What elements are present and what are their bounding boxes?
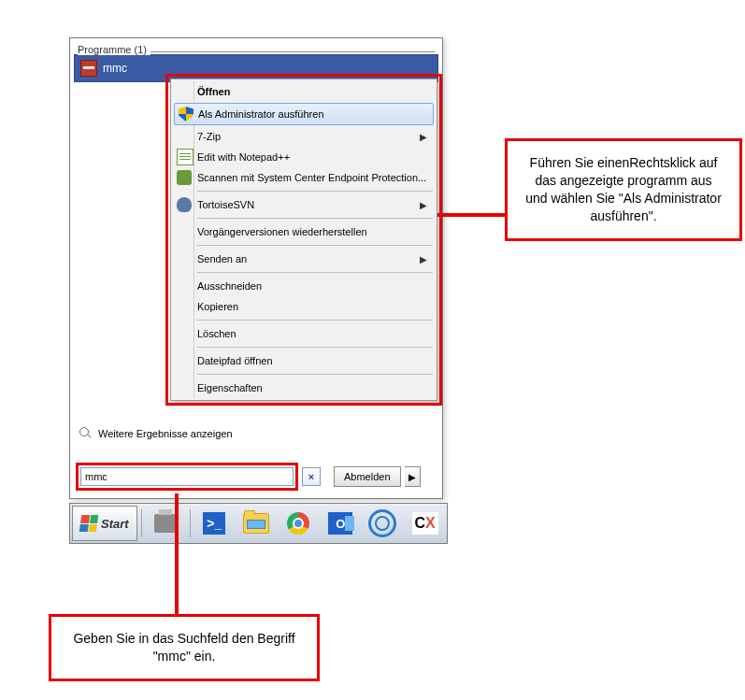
taskbar-outlook[interactable]: O [321, 506, 361, 541]
logoff-button[interactable]: Abmelden [334, 466, 401, 487]
menu-tortoisesvn[interactable]: TortoiseSVN ▶ [173, 194, 435, 215]
printer-icon [154, 514, 177, 533]
outlook-icon: O [328, 512, 352, 535]
menu-separator [197, 191, 433, 192]
callout-connector-bottom [175, 493, 179, 614]
menu-scan-scep[interactable]: Scannen mit System Center Endpoint Prote… [173, 167, 435, 188]
taskbar-printer[interactable] [146, 506, 186, 541]
chevron-right-icon: ▶ [420, 200, 427, 210]
menu-cut[interactable]: Ausschneiden [173, 276, 435, 296]
menu-copy[interactable]: Kopieren [173, 296, 435, 317]
menu-edit-npp-label: Edit with Notepad++ [197, 151, 290, 163]
callout-run-as-admin: Führen Sie einenRechtsklick auf das ange… [505, 138, 742, 241]
menu-cut-label: Ausschneiden [197, 280, 262, 292]
menu-separator [197, 347, 433, 348]
menu-run-as-admin-label: Als Administrator ausführen [198, 108, 324, 120]
mmc-icon [80, 60, 97, 77]
windows-logo-icon [79, 515, 99, 532]
menu-separator [197, 245, 433, 246]
menu-send-to[interactable]: Senden an ▶ [173, 249, 435, 269]
menu-delete-label: Löschen [197, 328, 236, 339]
more-results-label: Weitere Ergebnisse anzeigen [98, 428, 233, 439]
menu-openpath-label: Dateipfad öffnen [197, 355, 273, 366]
taskbar-app-cx[interactable]: CX [405, 506, 445, 541]
result-label: mmc [103, 62, 127, 75]
chevron-right-icon: ▶ [420, 254, 427, 264]
callout-right-text: Führen Sie einenRechtsklick auf das ange… [525, 155, 722, 223]
notepad-icon [177, 149, 193, 165]
menu-separator [197, 272, 433, 273]
menu-run-as-admin[interactable]: Als Administrator ausführen [174, 103, 434, 125]
taskbar-separator [190, 509, 191, 537]
menu-scan-label: Scannen mit System Center Endpoint Prote… [197, 172, 426, 183]
chrome-icon [287, 512, 309, 535]
chevron-right-icon: ▶ [420, 132, 427, 142]
search-bar-row: mmc × Abmelden ▶ [76, 463, 437, 491]
menu-edit-notepadpp[interactable]: Edit with Notepad++ [173, 147, 435, 167]
menu-properties[interactable]: Eigenschaften [173, 378, 435, 398]
menu-separator [197, 218, 433, 219]
menu-previous-versions[interactable]: Vorgängerversionen wiederherstellen [173, 221, 435, 242]
taskbar-app-spiral[interactable] [363, 506, 403, 541]
taskbar-powershell[interactable]: >_ [194, 506, 235, 541]
menu-7zip-label: 7-Zip [197, 131, 221, 142]
menu-open[interactable]: Öffnen [173, 81, 435, 102]
shield-icon [179, 107, 193, 121]
callout-bottom-text: Geben Sie in das Suchfeld den Begriff "m… [73, 631, 294, 664]
start-label: Start [101, 517, 129, 531]
callout-search-mmc: Geben Sie in das Suchfeld den Begriff "m… [49, 614, 320, 681]
menu-tortoise-label: TortoiseSVN [197, 199, 254, 210]
menu-separator [197, 374, 433, 375]
search-highlight-box: mmc [76, 463, 298, 491]
search-icon [79, 427, 93, 440]
cx-icon: CX [412, 512, 438, 535]
taskbar: Start >_ O CX [69, 503, 448, 544]
context-menu: Öffnen Als Administrator ausführen 7-Zip… [170, 79, 437, 401]
menu-sendto-label: Senden an [197, 253, 247, 264]
tortoise-icon [177, 197, 192, 212]
search-input[interactable]: mmc [80, 467, 294, 486]
logoff-label: Abmelden [344, 471, 391, 482]
search-input-value: mmc [85, 471, 107, 482]
powershell-icon: >_ [203, 512, 225, 535]
menu-separator [197, 320, 433, 321]
results-divider [145, 51, 435, 52]
menu-properties-label: Eigenschaften [197, 382, 263, 393]
callout-connector-right [437, 213, 505, 217]
taskbar-chrome[interactable] [279, 506, 319, 541]
logoff-options-button[interactable]: ▶ [405, 466, 421, 487]
file-explorer-icon [243, 513, 269, 534]
menu-delete[interactable]: Löschen [173, 323, 435, 344]
spiral-icon [368, 509, 396, 537]
taskbar-separator [141, 509, 142, 537]
menu-7zip[interactable]: 7-Zip ▶ [173, 126, 435, 147]
clear-search-button[interactable]: × [302, 467, 321, 486]
scan-icon [177, 170, 192, 185]
menu-open-label: Öffnen [197, 86, 230, 97]
start-button[interactable]: Start [72, 506, 137, 541]
menu-copy-label: Kopieren [197, 301, 238, 312]
menu-prevver-label: Vorgängerversionen wiederherstellen [197, 226, 367, 237]
more-results-link[interactable]: Weitere Ergebnisse anzeigen [79, 427, 233, 440]
results-header-text: Programme (1) [78, 44, 150, 55]
menu-open-file-path[interactable]: Dateipfad öffnen [173, 350, 435, 371]
taskbar-explorer[interactable] [236, 506, 277, 541]
